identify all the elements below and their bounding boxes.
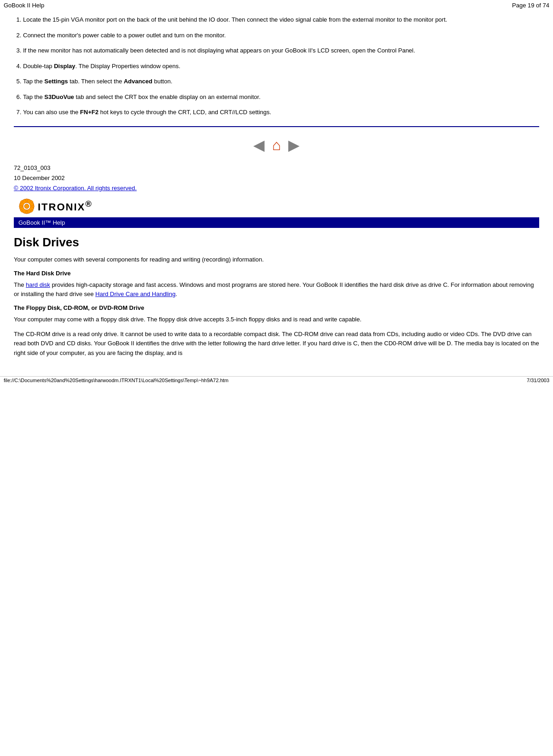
disk-drives-title: Disk Drives [14,235,539,250]
list-item-2: Connect the monitor's power cable to a p… [23,31,539,40]
section-divider-top [14,126,539,127]
copyright-link[interactable]: © 2002 Itronix Corporation. All rights r… [14,183,539,193]
doc-id: 72_0103_003 [14,163,539,173]
floppy-para2: The CD-ROM drive is a read only drive. I… [14,330,539,357]
file-path: file://C:\Documents%20and%20Settings\har… [4,378,228,383]
nav-home-icon[interactable]: ⌂ [272,137,281,153]
floppy-heading: The Floppy Disk, CD-ROM, or DVD-ROM Driv… [14,304,539,311]
itronix-logo-icon [18,198,35,215]
section-bar: GoBook II™ Help [14,217,539,228]
status-date: 7/31/2003 [527,378,549,383]
app-title: GoBook II Help [4,2,44,9]
svg-rect-3 [26,211,28,214]
svg-rect-4 [19,205,22,207]
settings-bold: Settings [44,78,68,85]
nav-forward-icon[interactable]: ▶ [288,137,300,153]
section-label: GoBook II™ Help [18,219,65,226]
list-item-7: You can also use the FN+F2 hot keys to c… [23,108,539,117]
s3duovue-bold: S3DuoVue [44,93,74,100]
hard-drive-care-link[interactable]: Hard Drive Care and Handling [95,291,175,297]
display-bold: Display [54,63,75,70]
list-item-5: Tap the Settings tab. Then select the Ad… [23,77,539,86]
hard-disk-link[interactable]: hard disk [26,281,50,288]
footer-info: 72_0103_003 10 December 2002 © 2002 Itro… [14,163,539,193]
disk-drives-section: Disk Drives Your computer comes with sev… [14,235,539,358]
list-item-4: Double-tap Display. The Display Properti… [23,62,539,71]
advanced-bold: Advanced [124,78,152,85]
svg-rect-5 [31,205,34,207]
itronix-logo-container: ITRONIX® [18,198,539,215]
floppy-para1: Your computer may come with a floppy dis… [14,315,539,324]
nav-icons-container: ◀ ⌂ ▶ [14,136,539,154]
svg-rect-2 [26,199,28,202]
page-info: Page 19 of 74 [512,2,549,9]
nav-back-icon[interactable]: ◀ [253,137,265,153]
header-bar: GoBook II Help Page 19 of 74 [0,0,553,11]
list-item-6: Tap the S3DuoVue tab and select the CRT … [23,93,539,102]
itronix-logo-text: ITRONIX® [38,199,93,213]
hard-disk-text: The hard disk provides high-capacity sto… [14,280,539,299]
main-content: Locate the 15-pin VGA monitor port on th… [0,11,553,372]
list-item-3: If the new monitor has not automatically… [23,46,539,55]
doc-date: 10 December 2002 [14,173,539,183]
hard-disk-heading: The Hard Disk Drive [14,270,539,277]
svg-point-10 [24,204,29,209]
instruction-list: Locate the 15-pin VGA monitor port on th… [14,15,539,117]
disk-drives-intro: Your computer comes with several compone… [14,255,539,264]
fn-f2-bold: FN+F2 [80,109,99,116]
status-bar: file://C:\Documents%20and%20Settings\har… [0,376,553,384]
list-item-1: Locate the 15-pin VGA monitor port on th… [23,15,539,24]
